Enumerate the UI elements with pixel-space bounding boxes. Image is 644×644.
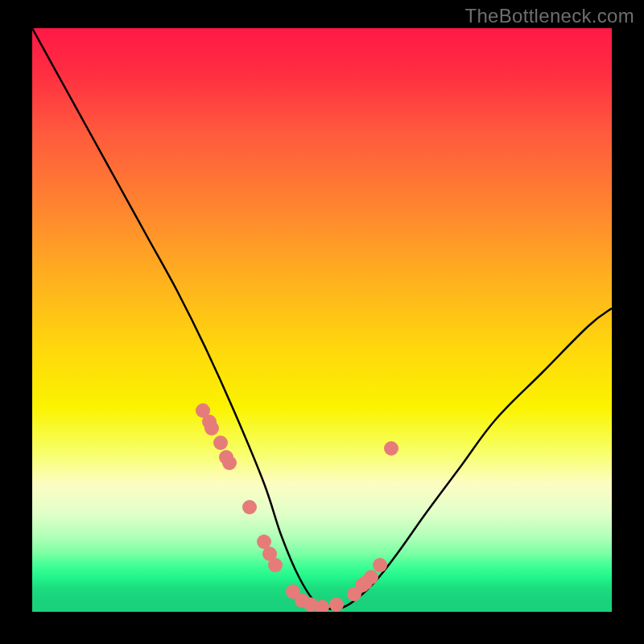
scatter-dot [204, 421, 219, 436]
scatter-dot [373, 558, 387, 572]
scatter-dot [242, 500, 257, 514]
plot-area [32, 28, 612, 612]
scatter-dot [213, 436, 228, 450]
curve-layer [32, 28, 612, 612]
scatter-dot [222, 456, 237, 470]
bottleneck-curve [32, 28, 612, 609]
chart-container: TheBottleneck.com [0, 0, 644, 644]
scatter-dot [315, 600, 329, 612]
scatter-dot [329, 597, 344, 612]
watermark-text: TheBottleneck.com [464, 5, 634, 27]
